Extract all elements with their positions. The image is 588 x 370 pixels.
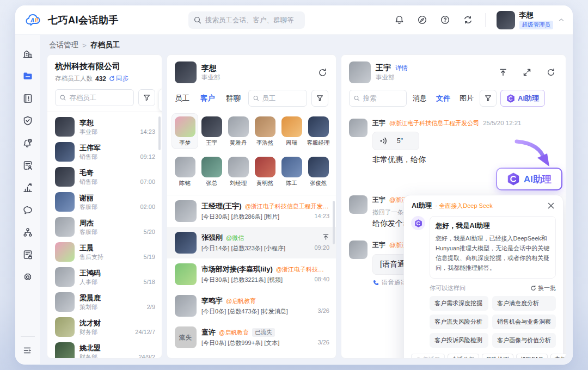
employee-row[interactable]: 姚北盟财务部24/9/2 (47, 340, 162, 358)
avatar (175, 116, 195, 137)
employee-row[interactable]: 王晨售后支持5/19 (47, 239, 162, 264)
contact-search-input[interactable] (262, 95, 302, 102)
contact-item[interactable]: 李梦 (171, 113, 198, 149)
employee-row[interactable]: 周杰客服部5/20 (47, 214, 162, 239)
user-profile[interactable]: 李想 超级管理员 (497, 11, 565, 29)
employee-row[interactable]: 谢丽客服部02:00 (47, 189, 162, 214)
risk-detection-button[interactable]: 风险检测 (482, 354, 513, 358)
employee-row[interactable]: 沈才财财务部24/12/7 (47, 314, 162, 340)
suggestion-chip[interactable]: 客户流失风险分析 (430, 314, 488, 329)
contact-item[interactable]: 刘经理 (225, 153, 252, 189)
nav-chat-icon[interactable] (22, 204, 34, 216)
avatar (55, 217, 75, 237)
message-search[interactable] (349, 90, 407, 107)
close-icon[interactable] (547, 202, 556, 211)
employee-row[interactable]: 梁晨鹿策划部2/9 (47, 289, 162, 314)
conversation-analysis-button[interactable]: 会话分析 (448, 354, 479, 358)
employee-search[interactable] (55, 89, 134, 106)
nav-org-icon[interactable] (22, 226, 34, 238)
suggestion-chip[interactable]: 客户满意度分析 (492, 296, 556, 311)
nav-settings-icon[interactable] (22, 271, 34, 283)
suggestion-chip[interactable]: 客户需求深度挖掘 (430, 296, 488, 311)
contact-item[interactable]: 黄明然 (252, 153, 278, 189)
contact-item[interactable]: 陈工 (278, 153, 305, 189)
contact-item[interactable]: 张总 (198, 153, 225, 189)
nav-alert-bell-icon[interactable] (22, 137, 34, 149)
employee-search-input[interactable] (69, 94, 129, 102)
message-filter-button[interactable] (480, 90, 497, 107)
ai-assistant-button[interactable]: AI助理 (500, 90, 545, 107)
rail-divider (21, 336, 35, 337)
refresh-icon[interactable] (545, 66, 557, 78)
contact-item[interactable]: 黄雅丹 (225, 113, 252, 149)
contact-item[interactable]: 陈铭 (171, 153, 198, 189)
refresh-suggestions-link[interactable]: 换一批 (530, 284, 556, 292)
ai-cube-icon (506, 94, 515, 103)
collapse-panel-handle[interactable]: ‹ (158, 89, 162, 112)
contact-item[interactable]: 客服经理 (305, 113, 332, 149)
contact-search[interactable] (248, 90, 307, 107)
employee-filter-button[interactable] (138, 89, 155, 106)
ai-assistant-callout-button[interactable]: AI助理 (496, 168, 562, 190)
nav-doc-person-icon[interactable] (22, 159, 34, 171)
nav-company-icon[interactable] (22, 48, 34, 60)
nav-doc-lock-icon[interactable] (22, 249, 34, 261)
contact-item[interactable]: 李浩然 (252, 113, 278, 149)
avatar (308, 116, 329, 137)
contact-filter-button[interactable] (311, 90, 328, 107)
nav-analytics-icon[interactable] (22, 182, 34, 194)
suggestion-chip[interactable]: 客户画像与价值分析 (492, 333, 556, 348)
chat-list: 王经理(王宇)@浙江电子科技信息工程开发公司 [今日30条] [总数286条] … (167, 195, 336, 358)
message-search-input[interactable] (363, 95, 402, 102)
sync-link[interactable]: 同步 (109, 75, 128, 83)
sync-icon[interactable] (462, 14, 474, 26)
detail-link[interactable]: 详情 (395, 64, 408, 72)
contact-item[interactable]: 张俊然 (305, 153, 332, 189)
app-title: 七巧AI会话助手 (48, 14, 119, 27)
chat-row[interactable]: 市场部对接(李嘉琪lily)@浙江电子科技信息工程开... [今日30条] [总… (167, 258, 336, 290)
global-search[interactable] (188, 11, 305, 29)
avatar (55, 342, 75, 358)
help-icon[interactable] (439, 14, 451, 26)
notifications-bell-icon[interactable] (394, 14, 406, 26)
scroll-to-top-icon[interactable] (497, 66, 509, 78)
hot-words-button[interactable]: 高频词 (550, 354, 566, 358)
chat-row[interactable]: 流失 童许@启帆教育已流失 [今日0条] [总数999+条] [文本]3/26 (167, 322, 336, 353)
avatar-lost: 流失 (175, 326, 197, 348)
tab-groups[interactable]: 群聊 (226, 94, 241, 103)
nav-report-icon[interactable] (22, 92, 34, 104)
chat-row[interactable]: 李鸣宇@启帆教育 [今日0条] [总数473条] [转发消息]3/26 (167, 290, 336, 322)
scrollbar[interactable] (333, 201, 335, 244)
chat-partner-dept: 事业部 (376, 73, 408, 82)
tab-messages[interactable]: 消息 (413, 94, 427, 103)
discover-compass-icon[interactable] (416, 14, 428, 26)
voice-message[interactable]: 5" (372, 132, 419, 150)
employee-row[interactable]: 毛奇销售部07:00 (47, 164, 162, 189)
employee-row[interactable]: 王鸿码人事部5/18 (47, 264, 162, 289)
refresh-icon[interactable] (316, 66, 328, 78)
contact-item[interactable]: 周瑞 (278, 113, 305, 149)
tab-files[interactable]: 文件 (436, 94, 450, 103)
collapse-sidebar-icon[interactable] (22, 344, 34, 356)
new-topic-button[interactable]: 新话题 (411, 354, 445, 358)
tab-images[interactable]: 图片 (460, 94, 474, 103)
global-search-input[interactable] (205, 16, 298, 24)
nav-archive-folder-icon[interactable] (22, 70, 34, 82)
employee-row[interactable]: 王伟军销售部09:12 (47, 139, 162, 164)
avatar (175, 232, 197, 254)
tab-employees[interactable]: 员工 (175, 94, 189, 103)
breadcrumb-section[interactable]: 会话管理 (49, 40, 78, 50)
tab-customers[interactable]: 客户 (200, 94, 215, 103)
chat-row[interactable]: 王经理(王宇)@浙江电子科技信息工程开发公司 [今日30条] [总数286条] … (167, 195, 336, 227)
contact-item[interactable]: 王宇 (198, 113, 225, 149)
scrollbar[interactable] (158, 116, 161, 150)
user-role-badge: 超级管理员 (519, 21, 554, 29)
chat-row-selected[interactable]: 张强刚@微信 [今日14条] [总数323条] [小程序]09:20 (167, 227, 336, 258)
employee-row[interactable]: 李想事业部14:23 (47, 114, 162, 139)
chat-row[interactable]: 杨浩然@微信 [今日0条] [总数218条] [红包]2/23 (167, 353, 336, 358)
expand-icon[interactable] (521, 66, 533, 78)
nav-shield-check-icon[interactable] (22, 115, 34, 127)
suggestion-chip[interactable]: 客户投诉风险检测 (430, 333, 488, 348)
suggestion-chip[interactable]: 销售机会与业务洞察 (492, 314, 556, 329)
extract-faq-button[interactable]: 提取FAQ (516, 354, 548, 358)
